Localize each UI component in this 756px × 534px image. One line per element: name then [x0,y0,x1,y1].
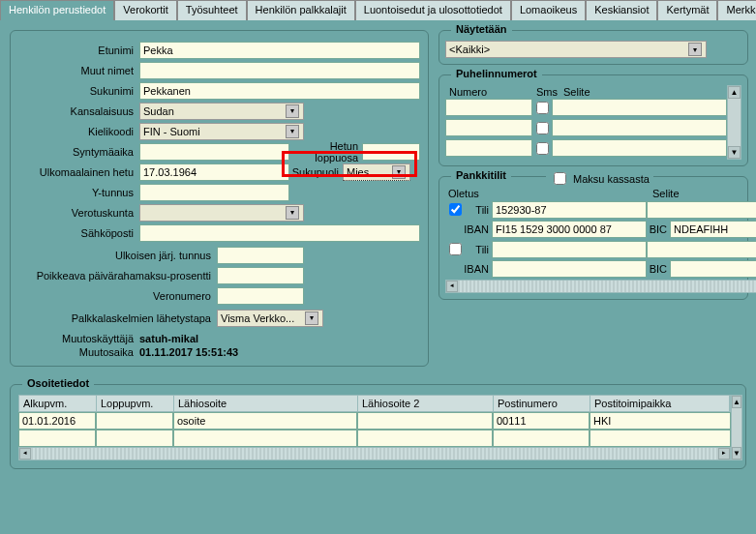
bank-oletus-1[interactable] [449,203,462,216]
label-sukupuoli: Sukupuoli [289,166,343,178]
tab-lomaoikeus[interactable]: Lomaoikeus [511,0,586,20]
addr-postino-2[interactable] [493,430,590,447]
input-poikkeava[interactable] [217,267,304,284]
dropdown-icon[interactable]: ▾ [305,312,318,325]
dropdown-icon[interactable]: ▾ [286,206,299,220]
scroll-right-icon[interactable]: ▸ [718,448,730,460]
bank-tili-2[interactable] [492,241,647,258]
value-muutoskayttaja: satuh-mikal [139,333,198,344]
bank-selite-1[interactable] [647,201,756,219]
phone-numero-1[interactable] [445,99,532,116]
bank-hscroll[interactable]: ◂ ▸ [445,280,756,293]
bank-tili-1[interactable] [492,201,647,219]
dropdown-icon[interactable]: ▾ [286,125,299,138]
input-sahkoposti[interactable] [139,224,420,242]
addr-postitp-2[interactable] [590,430,731,447]
scroll-left-icon[interactable]: ◂ [446,281,458,292]
phone-sms-2[interactable] [536,122,549,134]
phone-numero-2[interactable] [445,119,532,136]
addr-hscroll[interactable]: ◂ ▸ [18,447,731,460]
addr-alku-2[interactable] [18,430,96,447]
select-naytetaan[interactable]: ▾ [445,41,707,58]
addr-lahi-2[interactable] [173,430,357,447]
select-kansalaisuus[interactable]: ▾ [139,103,304,120]
phone-selite-2[interactable] [552,119,727,136]
label-veronro: Veronumero [18,290,217,302]
phone-selite-3[interactable] [552,139,727,157]
phone-sms-1[interactable] [536,102,549,114]
select-kansalaisuus-value[interactable] [140,104,286,119]
select-sukupuoli[interactable]: ▾ [343,163,410,181]
scroll-down-icon[interactable]: ▼ [728,146,741,159]
input-syntymaaika[interactable] [139,143,289,161]
bank-iban-1[interactable] [492,221,647,238]
label-maksukassasta: Maksu kassasta [573,173,650,185]
label-ulktunnus: Ulkoisen järj. tunnus [18,250,217,261]
input-ulkhetu[interactable] [139,163,289,181]
scroll-up-icon[interactable]: ▲ [728,86,741,99]
phone-selite-1[interactable] [552,99,727,116]
label-ulkhetu: Ulkomaalainen hetu [18,166,139,178]
tab-keskiansiot[interactable]: Keskiansiot [586,0,657,20]
label-muutoskayttaja: Muutoskäyttäjä [18,333,139,344]
addr-lahi-1[interactable] [173,412,357,430]
addr-alku-1[interactable] [18,412,96,430]
phone-scrollbar[interactable]: ▲ ▼ [727,85,741,160]
tab-merkkipaivat[interactable]: Merkkipäivät [717,0,756,20]
value-muutosaika: 01.11.2017 15:51:43 [139,346,238,358]
select-naytetaan-value[interactable] [446,42,688,57]
label-muut: Muut nimet [18,65,139,76]
input-etunimi[interactable] [139,42,420,59]
col-alkupvm: Alkupvm. [19,396,97,411]
input-veronumero[interactable] [217,287,304,305]
tab-verokortit[interactable]: Verokortit [114,0,176,20]
select-kielikoodi[interactable]: ▾ [139,123,304,140]
tab-perustiedot[interactable]: Henkilön perustiedot [0,0,114,20]
dropdown-icon[interactable]: ▾ [688,43,702,56]
scroll-up-icon[interactable]: ▲ [732,396,741,408]
select-lahetystapa-value[interactable] [218,311,305,326]
puhelin-panel: Puhelinnumerot Numero Sms Selite [438,74,748,166]
puhelin-title: Puhelinnumerot [451,68,542,79]
bank-selite-2[interactable] [647,241,756,258]
select-verotuskunta[interactable]: ▾ [139,204,304,222]
col-selite: Selite [559,85,727,99]
addr-scrollbar[interactable]: ▲ ▼ [731,395,742,460]
tab-palkkalajit[interactable]: Henkilön palkkalajit [247,0,355,20]
addr-loppu-2[interactable] [96,430,173,447]
tab-bar: Henkilön perustiedot Verokortit Työsuhte… [0,0,756,20]
select-verotuskunta-value[interactable] [140,205,286,221]
tab-kertymat[interactable]: Kertymät [657,0,717,20]
input-sukunimi[interactable] [139,82,420,100]
dropdown-icon[interactable]: ▾ [392,165,406,179]
dropdown-icon[interactable]: ▾ [286,104,299,118]
chk-maksukassasta[interactable] [554,172,566,185]
label-poikkeava: Poikkeava päivärahamaksu-prosentti [18,270,217,282]
input-ulktunnus[interactable] [217,247,304,264]
select-lahetystapa[interactable]: ▾ [217,310,323,327]
addr-postino-1[interactable] [493,412,590,430]
bank-oletus-2[interactable] [449,243,462,255]
phone-numero-3[interactable] [445,139,532,157]
addr-lahi2-1[interactable] [357,412,493,430]
phone-sms-3[interactable] [536,142,549,155]
scroll-left-icon[interactable]: ◂ [19,448,31,460]
bank-bic-2[interactable] [670,260,756,278]
addr-postitp-1[interactable] [590,412,731,430]
col-oletus: Oletus [445,187,480,200]
label-kieli: Kielikoodi [18,126,139,137]
tab-tyosuhteet[interactable]: Työsuhteet [177,0,247,20]
label-bic2: BIC [647,263,670,275]
input-hetuloppu[interactable] [362,143,420,161]
tab-luontoisedut[interactable]: Luontoisedut ja ulosottotiedot [355,0,511,20]
addr-lahi2-2[interactable] [357,430,493,447]
select-sukupuoli-value[interactable] [344,164,392,180]
bank-iban-2[interactable] [492,260,647,278]
input-muut[interactable] [139,62,420,79]
input-ytunnus[interactable] [139,184,289,201]
bank-bic-1[interactable] [670,221,756,238]
addr-loppu-1[interactable] [96,412,173,430]
scroll-down-icon[interactable]: ▼ [732,447,741,460]
select-kielikoodi-value[interactable] [140,124,286,139]
label-tili2: Tili [463,244,492,255]
